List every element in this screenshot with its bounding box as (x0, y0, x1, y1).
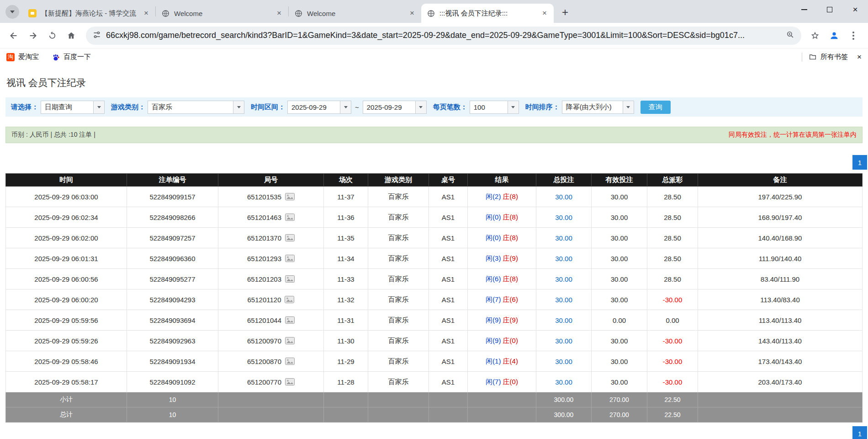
cell-remark: 168.90/197.40 (698, 207, 863, 228)
close-icon[interactable]: × (857, 53, 862, 62)
back-button[interactable] (5, 27, 23, 45)
cell-valid-bet: 30.00 (592, 207, 647, 228)
round-number: 651201293 (247, 255, 281, 262)
all-bookmarks-button[interactable]: 所有书签 (809, 53, 848, 61)
total-bet-link[interactable]: 30.00 (555, 234, 572, 242)
total-bet-link[interactable]: 30.00 (555, 358, 572, 365)
cell-payout: 28.50 (647, 187, 698, 207)
total-bet-link[interactable]: 30.00 (555, 193, 572, 201)
site-settings-icon[interactable] (92, 30, 101, 41)
round-number: 651201463 (247, 214, 281, 221)
total-row: 总计 10 300.00 270.00 22.50 (6, 407, 863, 423)
cell-time: 2025-09-29 06:00:20 (6, 289, 127, 310)
total-bet-link[interactable]: 30.00 (555, 255, 572, 262)
video-replay-icon[interactable] (285, 337, 295, 344)
filter-label-game: 游戏类别： (111, 103, 145, 112)
tab-close-icon[interactable]: × (142, 9, 151, 18)
chevron-down-icon[interactable] (623, 101, 634, 113)
new-tab-button[interactable]: + (557, 5, 573, 20)
menu-dots-icon[interactable] (844, 27, 863, 45)
game-type-select[interactable]: 百家乐 (148, 101, 244, 114)
date-end-input[interactable]: 2025-09-29 (363, 101, 427, 114)
bet-row: 2025-09-29 06:00:56522849095277651201203… (6, 269, 863, 289)
cell-round: 651201535 (218, 187, 324, 207)
total-bet-link[interactable]: 30.00 (555, 316, 572, 324)
tab-close-icon[interactable]: × (275, 9, 284, 18)
reload-button[interactable] (43, 27, 61, 45)
summary-bar: 币别 : 人民币 | 总共 :10 注单 | 同局有效投注，统一计算在该局第一张… (5, 127, 863, 143)
tab-bet-records[interactable]: :::视讯 会员下注纪录::: × (421, 4, 554, 23)
video-replay-icon[interactable] (285, 275, 295, 283)
video-replay-icon[interactable] (285, 316, 295, 324)
profile-avatar[interactable] (825, 27, 843, 45)
chevron-down-icon[interactable] (415, 101, 426, 113)
maximize-button[interactable] (817, 0, 842, 19)
cell-bet-id: 522849092963 (127, 331, 218, 351)
forward-button[interactable] (24, 27, 42, 45)
video-replay-icon[interactable] (285, 193, 295, 200)
video-replay-icon[interactable] (285, 378, 295, 385)
window-controls: × (791, 0, 868, 19)
cell-total-bet: 30.00 (536, 228, 592, 248)
url-text[interactable]: 66cxkj98.com/game/betrecord_search/kind3… (106, 31, 781, 40)
page-1-button[interactable]: 1 (852, 155, 867, 170)
cell-game-type: 百家乐 (368, 289, 429, 310)
video-replay-icon[interactable] (285, 234, 295, 241)
per-page-select[interactable]: 100 (470, 101, 519, 114)
video-replay-icon[interactable] (285, 214, 295, 221)
result-player: 闲(3) (486, 254, 501, 262)
bet-row: 2025-09-29 06:01:31522849096360651201293… (6, 248, 863, 269)
cell-time: 2025-09-29 06:00:56 (6, 269, 127, 289)
cell-total-bet: 30.00 (536, 187, 592, 207)
separator (802, 53, 802, 62)
sort-select[interactable]: 降幂(由大到小) (562, 101, 634, 114)
bookmark-star-icon[interactable] (806, 27, 824, 45)
chevron-down-icon[interactable] (508, 101, 519, 113)
summary-text: 币别 : 人民币 | 总共 :10 注单 | (11, 131, 95, 139)
range-tilde: ~ (355, 103, 359, 111)
tab-search-button[interactable] (5, 5, 19, 19)
chevron-down-icon[interactable] (93, 101, 104, 113)
result-banker: 庄(8) (503, 213, 518, 221)
result-player: 闲(6) (486, 275, 501, 283)
video-replay-icon[interactable] (285, 358, 295, 365)
query-type-select[interactable]: 日期查询 (41, 101, 105, 114)
cell-time: 2025-09-29 05:58:46 (6, 351, 127, 372)
tab-forum[interactable]: 【新提醒】海燕论坛 - 博学交流 × (23, 4, 155, 23)
video-replay-icon[interactable] (285, 296, 294, 303)
cell-round: 651201463 (218, 207, 324, 228)
total-bet-link[interactable]: 30.00 (555, 296, 572, 304)
minimize-button[interactable] (791, 0, 817, 19)
video-replay-icon[interactable] (285, 255, 295, 262)
cell-table-no: AS1 (429, 248, 468, 269)
cell-result: 闲(0) 庄(8) (468, 207, 536, 228)
close-window-button[interactable]: × (842, 0, 868, 19)
chevron-down-icon (10, 11, 15, 13)
filter-label-per-page: 每页笔数： (433, 103, 467, 112)
total-bet-link[interactable]: 30.00 (555, 378, 572, 386)
page-1-button[interactable]: 1 (852, 426, 867, 439)
cell-round: 651200970 (218, 331, 324, 351)
zoom-icon[interactable] (786, 30, 795, 41)
bookmark-taobao[interactable]: 淘 爱淘宝 (6, 53, 39, 61)
total-bet-link[interactable]: 30.00 (555, 337, 572, 345)
chevron-down-icon[interactable] (233, 101, 244, 113)
bet-table-summary: 小计 10 300.00 270.00 22.50 总计 10 300.00 2… (6, 392, 863, 423)
bookmark-baidu[interactable]: 百度一下 (52, 53, 91, 61)
tab-welcome-2[interactable]: Welcome × (289, 4, 421, 23)
total-bet-link[interactable]: 30.00 (555, 214, 572, 221)
tab-close-icon[interactable]: × (540, 9, 549, 18)
chevron-down-icon[interactable] (340, 101, 351, 113)
tab-welcome-1[interactable]: Welcome × (156, 4, 288, 23)
cell-table-no: AS1 (429, 289, 468, 310)
date-start-input[interactable]: 2025-09-29 (287, 101, 351, 114)
total-bet-link[interactable]: 30.00 (555, 275, 572, 283)
address-bar[interactable]: 66cxkj98.com/game/betrecord_search/kind3… (86, 27, 801, 45)
result-player: 闲(0) (486, 234, 501, 241)
tab-close-icon[interactable]: × (408, 9, 417, 18)
tab-title: Welcome (174, 10, 272, 17)
cell-payout: -30.00 (647, 351, 698, 372)
home-button[interactable] (62, 27, 80, 45)
total-count: 10 (127, 407, 218, 423)
search-button[interactable]: 查询 (640, 101, 671, 114)
